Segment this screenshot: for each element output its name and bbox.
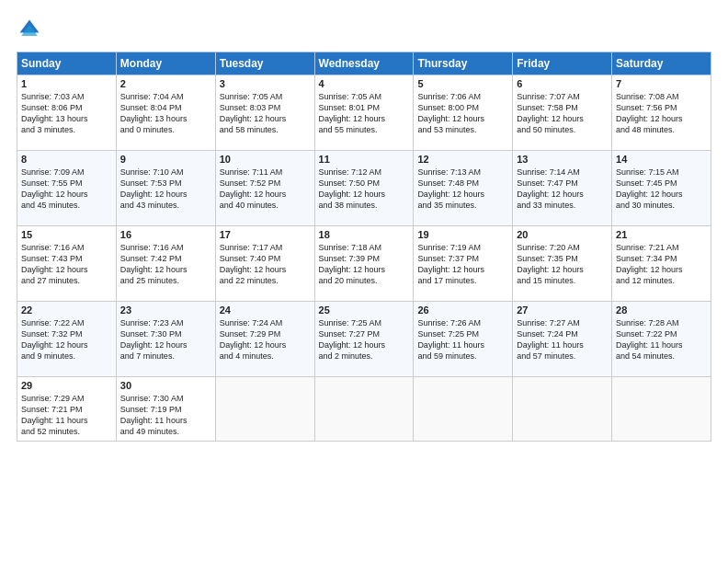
day-number: 29: [21, 380, 112, 391]
calendar-cell: 10Sunrise: 7:11 AM Sunset: 7:52 PM Dayli…: [215, 151, 314, 226]
day-number: 4: [319, 78, 410, 89]
day-info: Sunrise: 7:23 AM Sunset: 7:30 PM Dayligh…: [120, 317, 211, 362]
day-info: Sunrise: 7:05 AM Sunset: 8:03 PM Dayligh…: [220, 91, 311, 136]
calendar-cell: [215, 377, 314, 442]
calendar-header-tuesday: Tuesday: [215, 52, 314, 75]
day-number: 13: [517, 154, 608, 165]
day-number: 24: [220, 304, 311, 316]
calendar-cell: 6Sunrise: 7:07 AM Sunset: 7:58 PM Daylig…: [513, 75, 612, 151]
calendar-cell: 24Sunrise: 7:24 AM Sunset: 7:29 PM Dayli…: [215, 302, 314, 377]
calendar-cell: 19Sunrise: 7:19 AM Sunset: 7:37 PM Dayli…: [414, 226, 513, 302]
day-number: 18: [319, 229, 410, 240]
day-number: 30: [120, 380, 211, 391]
calendar-cell: 5Sunrise: 7:06 AM Sunset: 8:00 PM Daylig…: [414, 75, 513, 151]
logo: [17, 17, 46, 42]
calendar-cell: 20Sunrise: 7:20 AM Sunset: 7:35 PM Dayli…: [513, 226, 612, 302]
calendar-cell: 18Sunrise: 7:18 AM Sunset: 7:39 PM Dayli…: [314, 226, 414, 302]
calendar-cell: 23Sunrise: 7:23 AM Sunset: 7:30 PM Dayli…: [116, 302, 215, 377]
day-number: 3: [220, 78, 311, 89]
calendar-cell: 26Sunrise: 7:26 AM Sunset: 7:25 PM Dayli…: [414, 302, 513, 377]
day-info: Sunrise: 7:12 AM Sunset: 7:50 PM Dayligh…: [319, 167, 410, 212]
day-number: 23: [120, 304, 211, 316]
calendar-cell: 12Sunrise: 7:13 AM Sunset: 7:48 PM Dayli…: [414, 151, 513, 226]
day-info: Sunrise: 7:04 AM Sunset: 8:04 PM Dayligh…: [120, 91, 211, 136]
day-number: 2: [120, 78, 211, 89]
day-info: Sunrise: 7:11 AM Sunset: 7:52 PM Dayligh…: [220, 167, 311, 212]
calendar-cell: 14Sunrise: 7:15 AM Sunset: 7:45 PM Dayli…: [612, 151, 711, 226]
day-number: 9: [120, 154, 211, 165]
calendar-header-saturday: Saturday: [612, 52, 711, 75]
day-info: Sunrise: 7:16 AM Sunset: 7:43 PM Dayligh…: [21, 242, 112, 287]
page: SundayMondayTuesdayWednesdayThursdayFrid…: [0, 0, 728, 563]
day-info: Sunrise: 7:18 AM Sunset: 7:39 PM Dayligh…: [319, 242, 410, 287]
day-info: Sunrise: 7:03 AM Sunset: 8:06 PM Dayligh…: [21, 91, 112, 136]
day-info: Sunrise: 7:29 AM Sunset: 7:21 PM Dayligh…: [21, 393, 112, 438]
day-number: 20: [517, 229, 608, 240]
day-number: 8: [21, 154, 112, 165]
calendar-cell: 7Sunrise: 7:08 AM Sunset: 7:56 PM Daylig…: [612, 75, 711, 151]
calendar-cell: 25Sunrise: 7:25 AM Sunset: 7:27 PM Dayli…: [314, 302, 414, 377]
day-number: 17: [220, 229, 311, 240]
day-info: Sunrise: 7:15 AM Sunset: 7:45 PM Dayligh…: [616, 167, 707, 212]
day-info: Sunrise: 7:05 AM Sunset: 8:01 PM Dayligh…: [319, 91, 410, 136]
calendar-cell: 17Sunrise: 7:17 AM Sunset: 7:40 PM Dayli…: [215, 226, 314, 302]
day-info: Sunrise: 7:21 AM Sunset: 7:34 PM Dayligh…: [616, 242, 707, 287]
day-number: 12: [417, 154, 508, 165]
day-number: 28: [616, 304, 707, 316]
day-number: 1: [21, 78, 112, 89]
calendar-table: SundayMondayTuesdayWednesdayThursdayFrid…: [17, 52, 711, 442]
calendar-cell: [612, 377, 711, 442]
calendar-cell: [414, 377, 513, 442]
day-number: 15: [21, 229, 112, 240]
calendar-cell: 16Sunrise: 7:16 AM Sunset: 7:42 PM Dayli…: [116, 226, 215, 302]
day-info: Sunrise: 7:19 AM Sunset: 7:37 PM Dayligh…: [417, 242, 508, 287]
day-info: Sunrise: 7:17 AM Sunset: 7:40 PM Dayligh…: [220, 242, 311, 287]
calendar-header-thursday: Thursday: [414, 52, 513, 75]
calendar-cell: 1Sunrise: 7:03 AM Sunset: 8:06 PM Daylig…: [17, 75, 117, 151]
calendar-week-row: 1Sunrise: 7:03 AM Sunset: 8:06 PM Daylig…: [17, 75, 711, 151]
calendar-header-wednesday: Wednesday: [314, 52, 414, 75]
day-info: Sunrise: 7:26 AM Sunset: 7:25 PM Dayligh…: [417, 317, 508, 362]
day-number: 21: [616, 229, 707, 240]
day-number: 25: [319, 304, 410, 316]
day-info: Sunrise: 7:28 AM Sunset: 7:22 PM Dayligh…: [616, 317, 707, 362]
day-number: 16: [120, 229, 211, 240]
day-number: 7: [616, 78, 707, 89]
calendar-cell: [314, 377, 414, 442]
logo-icon: [17, 17, 42, 42]
day-number: 5: [417, 78, 508, 89]
calendar-cell: 29Sunrise: 7:29 AM Sunset: 7:21 PM Dayli…: [17, 377, 117, 442]
calendar-header-sunday: Sunday: [17, 52, 117, 75]
day-info: Sunrise: 7:08 AM Sunset: 7:56 PM Dayligh…: [616, 91, 707, 136]
day-info: Sunrise: 7:14 AM Sunset: 7:47 PM Dayligh…: [517, 167, 608, 212]
day-number: 14: [616, 154, 707, 165]
day-info: Sunrise: 7:16 AM Sunset: 7:42 PM Dayligh…: [120, 242, 211, 287]
day-number: 6: [517, 78, 608, 89]
header: [17, 17, 711, 42]
calendar-week-row: 29Sunrise: 7:29 AM Sunset: 7:21 PM Dayli…: [17, 377, 711, 442]
day-number: 19: [417, 229, 508, 240]
calendar-cell: 9Sunrise: 7:10 AM Sunset: 7:53 PM Daylig…: [116, 151, 215, 226]
day-info: Sunrise: 7:13 AM Sunset: 7:48 PM Dayligh…: [417, 167, 508, 212]
calendar-cell: 4Sunrise: 7:05 AM Sunset: 8:01 PM Daylig…: [314, 75, 414, 151]
calendar-week-row: 8Sunrise: 7:09 AM Sunset: 7:55 PM Daylig…: [17, 151, 711, 226]
calendar-cell: [513, 377, 612, 442]
day-info: Sunrise: 7:22 AM Sunset: 7:32 PM Dayligh…: [21, 317, 112, 362]
calendar-cell: 22Sunrise: 7:22 AM Sunset: 7:32 PM Dayli…: [17, 302, 117, 377]
day-info: Sunrise: 7:10 AM Sunset: 7:53 PM Dayligh…: [120, 167, 211, 212]
calendar-cell: 30Sunrise: 7:30 AM Sunset: 7:19 PM Dayli…: [116, 377, 215, 442]
calendar-cell: 2Sunrise: 7:04 AM Sunset: 8:04 PM Daylig…: [116, 75, 215, 151]
calendar-cell: 13Sunrise: 7:14 AM Sunset: 7:47 PM Dayli…: [513, 151, 612, 226]
day-number: 27: [517, 304, 608, 316]
calendar-cell: 3Sunrise: 7:05 AM Sunset: 8:03 PM Daylig…: [215, 75, 314, 151]
day-info: Sunrise: 7:20 AM Sunset: 7:35 PM Dayligh…: [517, 242, 608, 287]
day-info: Sunrise: 7:30 AM Sunset: 7:19 PM Dayligh…: [120, 393, 211, 438]
day-number: 26: [417, 304, 508, 316]
calendar-cell: 11Sunrise: 7:12 AM Sunset: 7:50 PM Dayli…: [314, 151, 414, 226]
day-info: Sunrise: 7:09 AM Sunset: 7:55 PM Dayligh…: [21, 167, 112, 212]
calendar-week-row: 22Sunrise: 7:22 AM Sunset: 7:32 PM Dayli…: [17, 302, 711, 377]
calendar-header-row: SundayMondayTuesdayWednesdayThursdayFrid…: [17, 52, 711, 75]
calendar-cell: 27Sunrise: 7:27 AM Sunset: 7:24 PM Dayli…: [513, 302, 612, 377]
calendar-header-monday: Monday: [116, 52, 215, 75]
day-number: 22: [21, 304, 112, 316]
